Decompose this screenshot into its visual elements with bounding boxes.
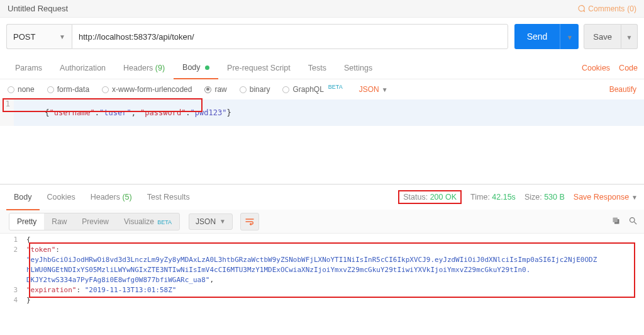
body-raw-format-value: JSON <box>359 85 379 94</box>
view-pretty[interactable]: Pretty <box>9 213 44 230</box>
response-status: Status: 200 OK <box>398 190 462 204</box>
chevron-down-icon: ▼ <box>219 218 226 225</box>
tab-authorization[interactable]: Authorization <box>51 57 114 79</box>
view-preview[interactable]: Preview <box>74 213 116 230</box>
chevron-down-icon: ▼ <box>567 34 573 41</box>
line-number: 1 <box>0 235 24 245</box>
view-raw[interactable]: Raw <box>44 213 74 230</box>
send-dropdown[interactable]: ▼ <box>560 24 579 49</box>
http-method-value: POST <box>13 32 35 42</box>
line-number <box>0 265 24 275</box>
wrap-icon <box>245 217 255 226</box>
body-type-xwww-label: x-www-form-urlencoded <box>112 85 192 94</box>
view-visualize[interactable]: Visualize BETA <box>116 213 179 230</box>
body-type-binary[interactable]: binary <box>240 85 270 94</box>
line-number: 1 <box>0 99 14 126</box>
tab-body-label: Body <box>182 63 201 72</box>
code-link[interactable]: Code <box>619 64 638 72</box>
chevron-down-icon: ▼ <box>59 33 65 40</box>
http-method-select[interactable]: POST ▼ <box>6 24 72 49</box>
cookies-link[interactable]: Cookies <box>582 64 610 72</box>
save-button[interactable]: Save <box>584 24 621 49</box>
view-mode-group: Pretty Raw Preview Visualize BETA <box>9 213 180 230</box>
tab-headers-count: (9) <box>155 64 165 72</box>
wrap-lines-button[interactable] <box>240 213 259 230</box>
response-time: Time: 42.15s <box>470 193 516 202</box>
tab-headers[interactable]: Headers (9) <box>114 57 174 79</box>
send-button[interactable]: Send <box>514 24 560 49</box>
radio-icon <box>102 86 109 93</box>
comments-link[interactable]: Comments (0) <box>577 4 636 13</box>
radio-icon <box>204 86 211 93</box>
save-dropdown[interactable]: ▼ <box>621 24 638 49</box>
body-dirty-dot-icon <box>205 65 209 70</box>
line-number <box>0 255 24 265</box>
body-type-graphql[interactable]: GraphQLBETA <box>282 85 342 94</box>
body-type-binary-label: binary <box>250 85 270 94</box>
body-type-none-label: none <box>18 85 35 94</box>
request-title[interactable]: Untitled Request <box>8 4 68 13</box>
beta-badge: BETA <box>157 219 172 225</box>
tab-params[interactable]: Params <box>6 57 51 79</box>
response-tab-headers[interactable]: Headers (5) <box>83 185 140 209</box>
response-size: Size: 530 B <box>525 193 565 202</box>
chevron-down-icon: ▼ <box>626 34 633 41</box>
body-code-line: {"username":"tuser", "password":"pwd123"… <box>14 99 231 126</box>
search-response-button[interactable] <box>628 216 638 227</box>
save-response-label: Save Response <box>574 193 629 202</box>
body-type-graphql-label: GraphQL <box>292 85 323 94</box>
response-tab-test-results[interactable]: Test Results <box>140 185 197 209</box>
svg-line-4 <box>634 222 636 224</box>
body-type-raw-label: raw <box>214 85 226 94</box>
save-response-dropdown[interactable]: Save Response ▼ <box>574 193 638 202</box>
line-number: 2 <box>0 245 24 255</box>
copy-icon <box>611 216 621 225</box>
copy-response-button[interactable] <box>611 216 621 227</box>
url-input[interactable] <box>72 24 508 49</box>
line-number: 4 <box>0 295 24 305</box>
body-raw-format-select[interactable]: JSON ▼ <box>359 85 388 94</box>
comments-label: Comments <box>588 4 625 13</box>
body-type-form-data-label: form-data <box>57 85 89 94</box>
beta-badge: BETA <box>328 84 343 90</box>
comments-count: (0) <box>627 4 636 13</box>
body-editor[interactable]: 1 {"username":"tuser", "password":"pwd12… <box>0 99 644 184</box>
line-number: 3 <box>0 285 24 295</box>
radio-icon <box>282 86 289 93</box>
svg-point-3 <box>630 217 635 222</box>
tab-prerequest-script[interactable]: Pre-request Script <box>218 57 299 79</box>
radio-icon <box>240 86 247 93</box>
body-type-raw[interactable]: raw <box>204 85 226 94</box>
chevron-down-icon: ▼ <box>631 194 638 201</box>
response-format-select[interactable]: JSON ▼ <box>189 213 233 230</box>
radio-icon <box>47 86 54 93</box>
comments-icon <box>577 4 586 13</box>
svg-rect-2 <box>613 217 618 222</box>
response-tab-body[interactable]: Body <box>6 185 40 210</box>
radio-icon <box>8 86 14 93</box>
response-tab-headers-count: (5) <box>122 193 131 202</box>
body-type-xwww[interactable]: x-www-form-urlencoded <box>102 85 192 94</box>
tab-headers-label: Headers <box>123 64 153 72</box>
response-body-editor[interactable]: 1{ 2"token": "eyJhbGciOiJodHRwOi8vd3d3Ln… <box>0 234 644 305</box>
chevron-down-icon: ▼ <box>382 86 388 93</box>
response-format-value: JSON <box>196 217 216 226</box>
body-type-form-data[interactable]: form-data <box>47 85 89 94</box>
tab-body[interactable]: Body <box>174 57 218 79</box>
response-tab-headers-label: Headers <box>91 193 120 202</box>
tab-settings[interactable]: Settings <box>335 57 381 79</box>
response-tab-cookies[interactable]: Cookies <box>40 185 83 209</box>
beautify-link[interactable]: Beautify <box>609 85 636 94</box>
body-type-none[interactable]: none <box>8 85 35 94</box>
search-icon <box>628 216 638 225</box>
tab-tests[interactable]: Tests <box>299 57 335 79</box>
line-number <box>0 275 24 285</box>
